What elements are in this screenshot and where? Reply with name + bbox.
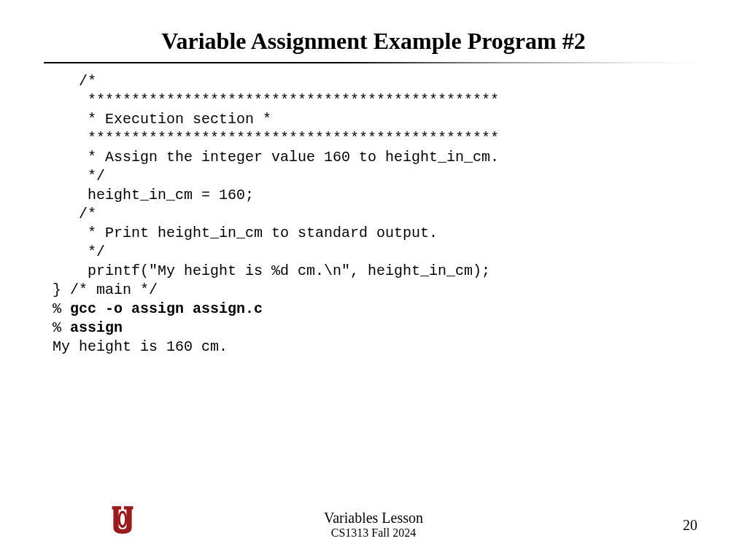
code-line: } /* main */	[53, 281, 158, 298]
code-line: * Print height_in_cm to standard output.	[53, 225, 438, 241]
code-line: ****************************************…	[53, 130, 499, 147]
code-line: */	[53, 168, 105, 184]
footer-center: Variables Lesson CS1313 Fall 2024	[0, 510, 747, 540]
lesson-title: Variables Lesson	[0, 510, 747, 526]
slide-title: Variable Assignment Example Program #2	[0, 0, 747, 62]
output-line: My height is 160 cm.	[53, 338, 228, 355]
code-line: * Assign the integer value 160 to height…	[53, 149, 499, 166]
code-line: printf("My height is %d cm.\n", height_i…	[53, 262, 490, 279]
prompt: %	[53, 319, 70, 336]
code-line: /*	[53, 73, 96, 90]
title-underline	[44, 62, 703, 63]
command: gcc -o assign assign.c	[70, 300, 263, 317]
code-block: /* *************************************…	[53, 72, 747, 357]
prompt: %	[53, 300, 70, 317]
command: assign	[70, 319, 123, 336]
code-line: /*	[53, 206, 96, 222]
code-line: * Execution section *	[53, 111, 271, 128]
code-line: */	[53, 244, 105, 260]
code-line: height_in_cm = 160;	[53, 187, 254, 203]
course-info: CS1313 Fall 2024	[0, 526, 747, 540]
page-number: 20	[683, 517, 697, 534]
code-line: ****************************************…	[53, 92, 499, 109]
